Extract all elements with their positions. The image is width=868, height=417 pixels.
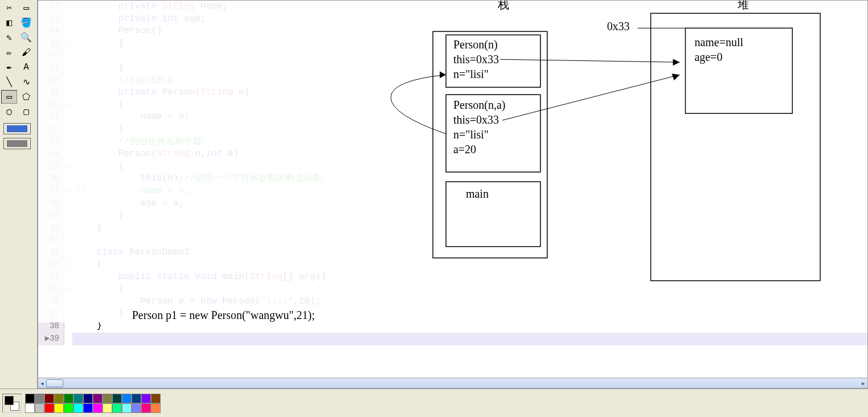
code-line-19[interactable]: 19 private Person(String n) — [38, 87, 867, 99]
code-line-34[interactable]: 34 public static void main(String[] args… — [38, 271, 867, 284]
color-swatch[interactable] — [103, 394, 112, 403]
fold-marker[interactable] — [64, 25, 72, 38]
code-text[interactable]: //初始化姓名。 — [72, 75, 184, 87]
code-line-36[interactable]: 36 Person p = new Person("lisi",20); — [38, 296, 867, 308]
color-swatch[interactable] — [132, 403, 141, 413]
color-swatch[interactable] — [93, 394, 103, 403]
foreground-color[interactable] — [5, 396, 14, 405]
fold-marker[interactable] — [64, 50, 72, 62]
scroll-right-arrow[interactable]: ▶ — [859, 378, 867, 389]
fold-marker[interactable] — [64, 198, 72, 210]
code-line-20[interactable]: 20⊟ { — [38, 99, 867, 112]
fold-marker[interactable] — [64, 222, 72, 235]
color-swatch[interactable] — [122, 394, 132, 403]
code-line-33[interactable]: 33⊟ { — [38, 259, 867, 271]
code-text[interactable]: private int age; — [72, 13, 206, 26]
tool-select[interactable]: ▭ — [18, 1, 34, 15]
fold-marker[interactable] — [64, 271, 72, 284]
code-line-25[interactable]: 25⊟ { — [38, 161, 867, 173]
fold-marker[interactable] — [64, 87, 72, 99]
fold-marker[interactable] — [64, 1, 72, 13]
color-swatch[interactable] — [73, 394, 83, 403]
color-swatch[interactable] — [83, 394, 93, 403]
code-line-16[interactable]: 16 — [38, 50, 867, 62]
fold-marker[interactable] — [64, 296, 72, 308]
color-swatch[interactable] — [73, 403, 83, 413]
color-swatch[interactable] — [151, 403, 161, 413]
code-text[interactable]: } — [72, 124, 124, 136]
code-text[interactable]: private Person(String n) — [72, 87, 249, 99]
scroll-thumb[interactable] — [46, 379, 63, 387]
color-swatch[interactable] — [35, 403, 44, 413]
code-text[interactable]: //初始化姓名和年龄。 — [72, 136, 211, 149]
code-text[interactable] — [72, 333, 75, 345]
code-text[interactable]: } — [72, 222, 102, 235]
tool-rect[interactable]: ▭ — [1, 90, 17, 104]
code-line-13[interactable]: 13 private int age; — [38, 13, 867, 26]
code-line-24[interactable]: 24 Person(String n,int a) — [38, 148, 867, 161]
color-swatch[interactable] — [103, 403, 112, 413]
code-line-30[interactable]: 30 } — [38, 222, 867, 235]
color-swatch[interactable] — [122, 403, 132, 413]
code-line-37[interactable]: 37 } — [38, 308, 867, 321]
color-swatch[interactable] — [54, 394, 64, 403]
code-text[interactable]: } — [72, 320, 102, 333]
fold-marker[interactable]: ⊟ — [64, 38, 72, 50]
code-line-27[interactable]: 27⊟// name = n; — [38, 185, 867, 198]
code-text[interactable]: { — [72, 161, 124, 173]
fold-marker[interactable]: ⊟ — [64, 259, 72, 271]
fold-marker[interactable] — [64, 308, 72, 321]
scroll-left-arrow[interactable]: ◀ — [38, 378, 46, 389]
fold-marker[interactable]: ⊟ — [64, 284, 72, 296]
color-swatch[interactable] — [132, 394, 141, 403]
fill-preview-outline[interactable] — [3, 138, 31, 149]
fold-marker[interactable] — [64, 247, 72, 259]
code-text[interactable]: { — [72, 38, 124, 50]
code-text[interactable]: } — [72, 62, 124, 75]
tool-ellipse[interactable]: ◯ — [1, 105, 17, 118]
fill-preview-solid[interactable] — [3, 123, 31, 134]
code-line-26[interactable]: 26 this(n);//调用一个字符串参数的构造函数。 — [38, 173, 867, 185]
code-line-39[interactable]: ▶39 — [38, 333, 867, 345]
tool-curve[interactable]: ∿ — [18, 75, 34, 89]
code-line-22[interactable]: 22 } — [38, 124, 867, 136]
horizontal-scrollbar[interactable]: ◀ ▶ — [38, 378, 867, 388]
tool-magnify[interactable]: 🔍 — [18, 31, 34, 44]
fold-marker[interactable] — [64, 124, 72, 136]
code-line-28[interactable]: 28 age = a; — [38, 198, 867, 210]
code-line-29[interactable]: 29 } — [38, 210, 867, 222]
code-line-23[interactable]: 23 //初始化姓名和年龄。 — [38, 136, 867, 149]
fold-marker[interactable] — [64, 210, 72, 222]
code-text[interactable]: } — [72, 210, 124, 222]
tool-rounded-rect[interactable]: ▢ — [18, 105, 34, 118]
fold-marker[interactable] — [64, 136, 72, 149]
code-line-31[interactable]: 31 — [38, 234, 867, 247]
foreground-background-selector[interactable] — [2, 394, 22, 413]
tool-fill[interactable]: 🪣 — [18, 16, 34, 30]
fold-marker[interactable] — [64, 13, 72, 26]
tool-airbrush[interactable]: ✒ — [1, 60, 17, 74]
color-swatch[interactable] — [151, 394, 161, 403]
code-area[interactable]: 12 private String name;13 private int ag… — [38, 1, 867, 377]
color-swatch[interactable] — [54, 403, 64, 413]
color-swatch[interactable] — [141, 403, 151, 413]
fold-marker[interactable] — [64, 148, 72, 161]
code-line-14[interactable]: 14 Person() — [38, 25, 867, 38]
fold-marker[interactable] — [64, 320, 72, 333]
code-text[interactable] — [72, 50, 75, 62]
fold-marker[interactable] — [64, 173, 72, 185]
code-line-18[interactable]: 18 //初始化姓名。 — [38, 75, 867, 87]
code-text[interactable]: // name = n; — [72, 185, 190, 198]
color-swatch[interactable] — [44, 394, 54, 403]
code-line-15[interactable]: 15⊟ { — [38, 38, 867, 50]
tool-eraser[interactable]: ◧ — [1, 16, 17, 30]
code-text[interactable]: Person() — [72, 25, 162, 38]
color-swatch[interactable] — [64, 403, 73, 413]
code-text[interactable]: private String name; — [72, 1, 228, 13]
code-text[interactable]: { — [72, 259, 102, 271]
code-text[interactable]: public static void main(String[] args) — [72, 271, 326, 284]
tool-pencil[interactable]: ✏ — [1, 46, 17, 59]
fold-marker[interactable]: ⊟ — [64, 185, 72, 198]
color-swatch[interactable] — [112, 394, 122, 403]
color-swatch[interactable] — [64, 394, 73, 403]
